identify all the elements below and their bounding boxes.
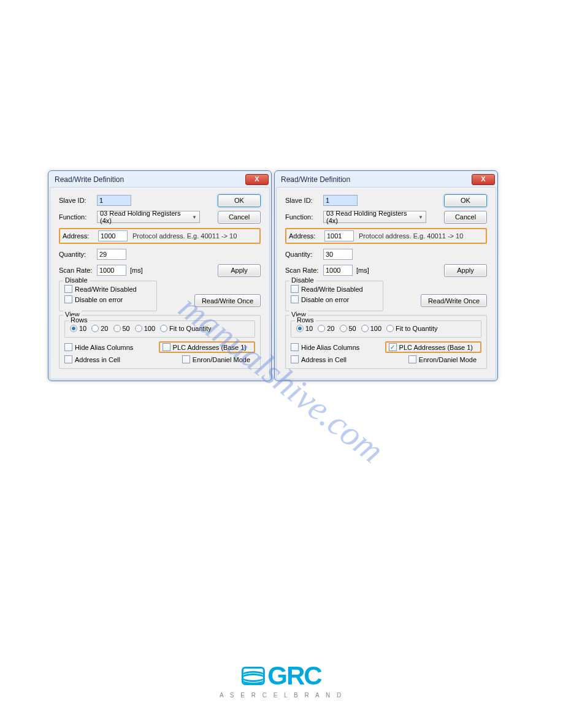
address-hint: Protocol address. E.g. 40011 -> 10: [132, 232, 237, 240]
checkbox-label: Address in Cell: [75, 356, 120, 363]
checkbox-label: Address in Cell: [301, 356, 347, 363]
checkbox-icon: [64, 355, 72, 363]
address-label: Address:: [63, 232, 98, 240]
function-combo[interactable]: 03 Read Holding Registers (4x): [97, 211, 200, 223]
scan-rate-input[interactable]: [323, 265, 353, 276]
checkbox-icon: [291, 343, 299, 351]
radio-label: Fit to Quantity: [169, 325, 211, 332]
rows-radio-50[interactable]: 50: [340, 325, 356, 332]
read-write-disabled-checkbox[interactable]: Read/Write Disabled: [291, 285, 373, 293]
quantity-label: Quantity:: [59, 251, 97, 258]
plc-addresses-checkbox[interactable]: ✓PLC Addresses (Base 1): [389, 343, 473, 351]
dialog-title: Read/Write Definition: [281, 175, 350, 184]
function-combo[interactable]: 03 Read Holding Registers (4x): [323, 211, 426, 223]
radio-icon: [70, 325, 77, 332]
radio-label: 100: [144, 325, 155, 332]
address-input[interactable]: [98, 230, 128, 241]
checkbox-label: Hide Alias Columns: [301, 344, 359, 351]
rows-radio-fit-to-quantity[interactable]: Fit to Quantity: [160, 325, 211, 332]
radio-icon: [296, 325, 304, 332]
apply-button[interactable]: Apply: [218, 264, 261, 277]
checkbox-icon: [64, 295, 72, 303]
disable-on-error-checkbox[interactable]: Disable on error: [64, 295, 147, 303]
radio-icon: [318, 325, 325, 332]
enron-daniel-checkbox[interactable]: Enron/Daniel Mode: [182, 355, 250, 363]
address-in-cell-checkbox[interactable]: Address in Cell: [291, 355, 347, 363]
rows-group: Rows102050100Fit to Quantity: [64, 320, 255, 338]
dialog-body: Slave ID:OKFunction:03 Read Holding Regi…: [276, 187, 496, 379]
radio-label: 20: [327, 325, 334, 332]
radio-label: 10: [305, 325, 313, 332]
view-group: ViewRows102050100Fit to QuantityHide Ali…: [59, 315, 261, 369]
rows-legend: Rows: [69, 316, 90, 324]
disable-legend: Disable: [63, 276, 90, 284]
rows-group: Rows102050100Fit to Quantity: [291, 320, 481, 338]
checkbox-label: PLC Addresses (Base 1): [399, 344, 473, 351]
radio-icon: [135, 325, 142, 332]
hide-alias-checkbox[interactable]: Hide Alias Columns: [291, 341, 359, 353]
cancel-button[interactable]: Cancel: [444, 211, 487, 224]
dialog-pair: Read/Write DefinitionXSlave ID:OKFunctio…: [48, 170, 498, 381]
quantity-label: Quantity:: [285, 251, 323, 258]
hide-alias-checkbox[interactable]: Hide Alias Columns: [64, 341, 133, 353]
address-highlight: Address:Protocol address. E.g. 40011 -> …: [59, 228, 261, 244]
quantity-input[interactable]: [323, 249, 353, 260]
checkbox-label: Hide Alias Columns: [75, 344, 133, 351]
cancel-button[interactable]: Cancel: [218, 211, 261, 224]
disable-group: DisableRead/Write DisabledDisable on err…: [59, 281, 157, 311]
quantity-input[interactable]: [97, 249, 126, 260]
read-write-disabled-checkbox[interactable]: Read/Write Disabled: [64, 285, 147, 293]
logo-icon: [242, 667, 265, 685]
close-icon[interactable]: X: [245, 174, 269, 185]
radio-icon: [113, 325, 121, 332]
rows-radio-10[interactable]: 10: [70, 325, 86, 332]
checkbox-icon: [408, 355, 416, 363]
read-write-once-button[interactable]: Read/Write Once: [421, 294, 487, 307]
logo-tagline: A S E R C E L B R A N D: [220, 692, 343, 699]
disable-on-error-checkbox[interactable]: Disable on error: [291, 295, 373, 303]
rows-radio-100[interactable]: 100: [361, 325, 381, 332]
dialog-title: Read/Write Definition: [55, 175, 124, 184]
address-label: Address:: [289, 232, 324, 240]
address-in-cell-checkbox[interactable]: Address in Cell: [64, 355, 120, 363]
checkbox-icon: [64, 343, 72, 351]
plc-highlight: PLC Addresses (Base 1): [159, 341, 255, 353]
function-label: Function:: [59, 213, 97, 221]
scan-rate-unit: [ms]: [356, 267, 369, 274]
slave-id-input[interactable]: [323, 195, 358, 206]
ok-button[interactable]: OK: [444, 194, 487, 207]
scan-rate-label: Scan Rate:: [59, 267, 97, 274]
view-group: ViewRows102050100Fit to QuantityHide Ali…: [285, 315, 487, 369]
checkbox-icon: [163, 343, 170, 351]
scan-rate-unit: [ms]: [130, 267, 143, 274]
radio-label: 10: [79, 325, 86, 332]
slave-id-input[interactable]: [97, 195, 131, 206]
slave-id-label: Slave ID:: [59, 197, 97, 204]
address-hint: Protocol address. E.g. 40011 -> 10: [359, 232, 463, 240]
dialog-read-write-definition: Read/Write DefinitionXSlave ID:OKFunctio…: [48, 170, 272, 381]
checkbox-label: PLC Addresses (Base 1): [173, 344, 247, 351]
address-input[interactable]: [324, 230, 354, 241]
logo-text: GRC: [267, 661, 321, 691]
rows-radio-10[interactable]: 10: [296, 325, 313, 332]
brand-logo: GRC A S E R C E L B R A N D: [220, 661, 343, 699]
dialog-read-write-definition: Read/Write DefinitionXSlave ID:OKFunctio…: [274, 170, 498, 381]
rows-radio-fit-to-quantity[interactable]: Fit to Quantity: [386, 325, 437, 332]
close-icon[interactable]: X: [472, 174, 495, 185]
apply-button[interactable]: Apply: [444, 264, 487, 277]
rows-radio-100[interactable]: 100: [135, 325, 155, 332]
read-write-once-button[interactable]: Read/Write Once: [194, 294, 261, 307]
plc-addresses-checkbox[interactable]: PLC Addresses (Base 1): [163, 343, 247, 351]
ok-button[interactable]: OK: [218, 194, 261, 207]
scan-rate-input[interactable]: [97, 265, 126, 276]
enron-daniel-checkbox[interactable]: Enron/Daniel Mode: [408, 355, 477, 363]
radio-label: Fit to Quantity: [396, 325, 437, 332]
rows-radio-20[interactable]: 20: [91, 325, 108, 332]
rows-radio-20[interactable]: 20: [318, 325, 334, 332]
checkbox-icon: ✓: [389, 343, 397, 351]
rows-radio-50[interactable]: 50: [113, 325, 130, 332]
address-highlight: Address:Protocol address. E.g. 40011 -> …: [285, 228, 487, 244]
radio-label: 50: [349, 325, 356, 332]
titlebar: Read/Write DefinitionX: [276, 172, 496, 187]
radio-icon: [361, 325, 369, 332]
